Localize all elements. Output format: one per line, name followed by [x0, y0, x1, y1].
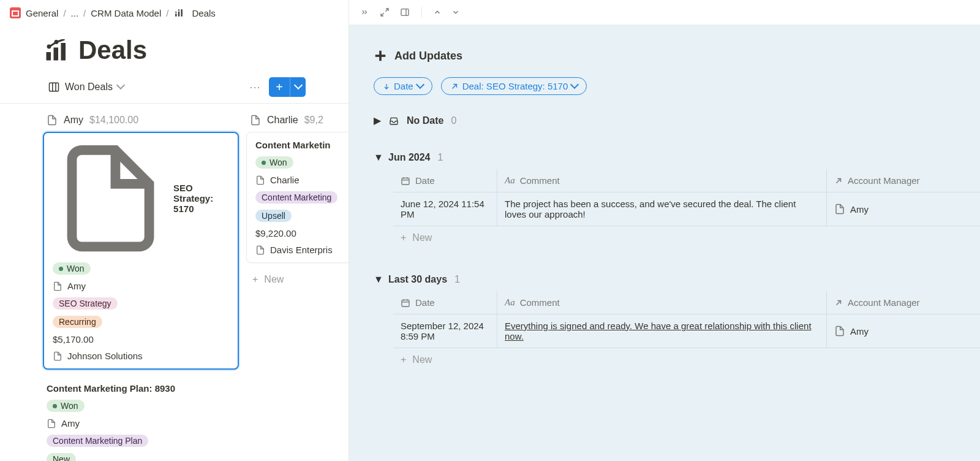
card-title: Content Marketin [255, 140, 331, 150]
plus-icon: + [401, 232, 406, 243]
status-tag: Won [255, 156, 293, 169]
breadcrumb-parent[interactable]: CRM Data Model [91, 8, 161, 18]
group-count: 1 [437, 152, 443, 163]
add-updates-button[interactable]: Add Updates [349, 37, 980, 77]
chevron-down-icon [417, 81, 423, 91]
add-card-button[interactable]: + New [246, 269, 349, 290]
svg-rect-0 [176, 13, 177, 17]
col-manager-header[interactable]: Account Manager [848, 175, 920, 186]
svg-rect-26 [402, 300, 409, 307]
group-header[interactable]: ▼ Last 30 days 1 [349, 268, 980, 291]
card-company: Davis Enterpris [270, 245, 333, 255]
cell-date: June 12, 2024 11:54 PM [393, 192, 497, 226]
breadcrumb-current[interactable]: Deals [192, 8, 215, 18]
cell-comment: Everything is signed and ready. We have … [497, 314, 827, 348]
svg-rect-2 [181, 9, 183, 17]
svg-line-14 [381, 13, 384, 16]
board-column: Amy $14,100.00 SEO Strategy: 5170 Won Am… [43, 112, 239, 461]
breadcrumb-ellipsis[interactable]: ... [71, 8, 79, 18]
page-icon [47, 115, 58, 126]
group-header[interactable]: ▼ Jun 2024 1 [349, 146, 980, 169]
arrow-upright-icon [834, 177, 843, 185]
add-row-label: New [412, 354, 432, 365]
cell-date: September 12, 2024 8:59 PM [393, 314, 497, 348]
app-icon [10, 7, 21, 18]
deal-card[interactable]: Content Marketing Plan: 8930 Won Amy Con… [43, 376, 239, 461]
group-count: 0 [451, 115, 456, 126]
page-icon [47, 419, 56, 429]
page-icon [255, 175, 265, 185]
page-icon [53, 281, 62, 291]
svg-rect-21 [402, 178, 409, 185]
status-tag: Won [53, 262, 91, 275]
plus-icon: + [252, 274, 258, 285]
prev-button[interactable] [432, 7, 443, 18]
triangle-right-icon: ▶ [374, 115, 381, 126]
svg-rect-10 [50, 83, 59, 91]
table-row[interactable]: September 12, 2024 8:59 PM Everything is… [393, 314, 980, 348]
board-view-icon [48, 82, 60, 93]
svg-line-25 [837, 178, 841, 183]
cell-manager: Amy [850, 326, 869, 337]
add-row-label: New [412, 232, 432, 243]
column-header[interactable]: Charlie $9,2 [246, 112, 349, 132]
col-manager-header[interactable]: Account Manager [848, 297, 920, 308]
deals-icon [173, 9, 184, 17]
sort-pill-label: Date [394, 81, 413, 91]
expand-icon[interactable] [379, 6, 391, 18]
filter-pill[interactable]: Deal: SEO Strategy: 5170 [441, 77, 587, 95]
board: Amy $14,100.00 SEO Strategy: 5170 Won Am… [0, 104, 349, 461]
column-header[interactable]: Amy $14,100.00 [43, 112, 239, 132]
type-tag: Recurring [53, 316, 102, 328]
col-date-header[interactable]: Date [415, 175, 435, 186]
add-row-button[interactable]: + New [393, 348, 980, 371]
page-icon [834, 204, 845, 215]
col-date-header[interactable]: Date [415, 297, 435, 308]
view-name-label: Won Deals [65, 82, 113, 93]
col-comment-header[interactable]: Comment [520, 297, 560, 308]
group-label: Last 30 days [388, 274, 447, 285]
table-row[interactable]: June 12, 2024 11:54 PM The project has b… [393, 192, 980, 226]
cell-comment: The project has been a success, and we'v… [497, 192, 827, 226]
svg-line-13 [385, 9, 388, 12]
peek-mode-button[interactable] [398, 6, 412, 18]
triangle-down-icon: ▼ [374, 274, 381, 285]
new-button-plus[interactable]: + [269, 77, 290, 97]
new-button: + [269, 77, 306, 97]
add-updates-label: Add Updates [394, 50, 462, 63]
panel-toolbar [349, 0, 980, 25]
category-tag: SEO Strategy [53, 297, 118, 310]
sort-pill[interactable]: Date [374, 77, 432, 95]
text-icon: Aa [505, 297, 515, 308]
col-comment-header[interactable]: Comment [520, 175, 560, 186]
collapse-button[interactable] [358, 7, 371, 18]
deal-card[interactable]: Content Marketin Won Charlie Content Mar… [246, 132, 349, 263]
deal-card[interactable]: SEO Strategy: 5170 Won Amy SEO Strategy … [43, 132, 239, 370]
new-button-dropdown[interactable] [290, 77, 306, 97]
card-title: Content Marketing Plan: 8930 [47, 383, 175, 394]
svg-rect-5 [47, 52, 51, 61]
breadcrumb-root[interactable]: General [26, 8, 58, 18]
breadcrumb-sep: / [83, 8, 86, 18]
arrow-upright-icon [450, 82, 459, 91]
breadcrumbs: General / ... / CRM Data Model / Deals [0, 0, 349, 26]
board-column: Charlie $9,2 Content Marketin Won Charli… [246, 112, 349, 461]
next-button[interactable] [450, 7, 461, 18]
group-label: No Date [407, 115, 443, 126]
category-tag: Content Marketing [255, 191, 337, 204]
text-icon: Aa [505, 175, 515, 186]
tray-icon [388, 116, 399, 126]
add-card-label: New [264, 274, 284, 285]
svg-rect-6 [54, 48, 59, 61]
group-header[interactable]: ▶ No Date 0 [349, 109, 980, 132]
svg-point-3 [176, 12, 177, 13]
more-options-button[interactable]: ⋯ [246, 78, 264, 96]
arrow-down-icon [383, 82, 390, 91]
group-label: Jun 2024 [388, 152, 430, 163]
view-selector[interactable]: Won Deals [48, 82, 124, 93]
plus-icon: + [401, 354, 406, 365]
updates-table: Date AaComment Account Manager June 12, … [393, 169, 980, 226]
add-row-button[interactable]: + New [393, 226, 980, 250]
svg-rect-18 [375, 55, 386, 57]
page-title: Deals [78, 36, 147, 65]
